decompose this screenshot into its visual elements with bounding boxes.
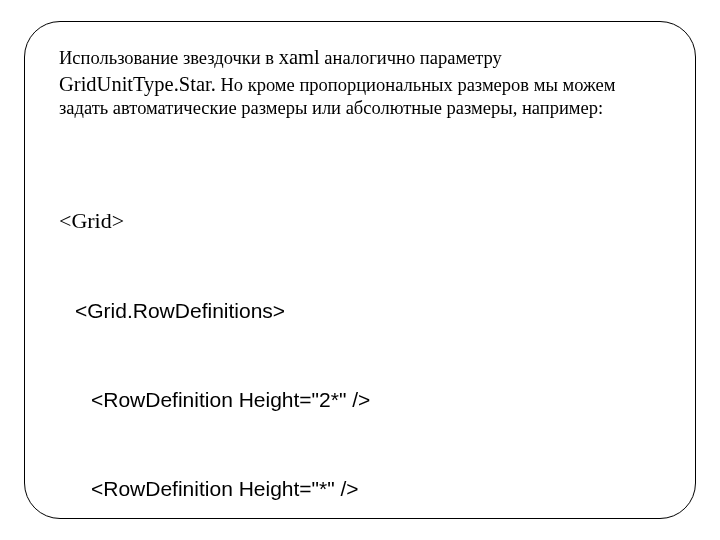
code-sample: <Grid> <Grid.RowDefinitions> <RowDefinit… xyxy=(59,145,661,519)
intro-text-2: аналогично параметру xyxy=(320,48,502,68)
intro-keyword-gridunittype: GridUnitType.Star. xyxy=(59,73,216,95)
code-line: <RowDefinition Height="*" /> xyxy=(59,474,359,504)
intro-keyword-xaml: xaml xyxy=(279,46,320,68)
intro-paragraph: Использование звездочки в xaml аналогичн… xyxy=(59,44,661,121)
intro-text-1: Использование звездочки в xyxy=(59,48,279,68)
content-card: Использование звездочки в xaml аналогичн… xyxy=(24,21,696,519)
code-line: <Grid.RowDefinitions> xyxy=(59,296,285,326)
code-line: <RowDefinition Height="2*" /> xyxy=(59,385,370,415)
code-line: <Grid> xyxy=(59,208,124,233)
